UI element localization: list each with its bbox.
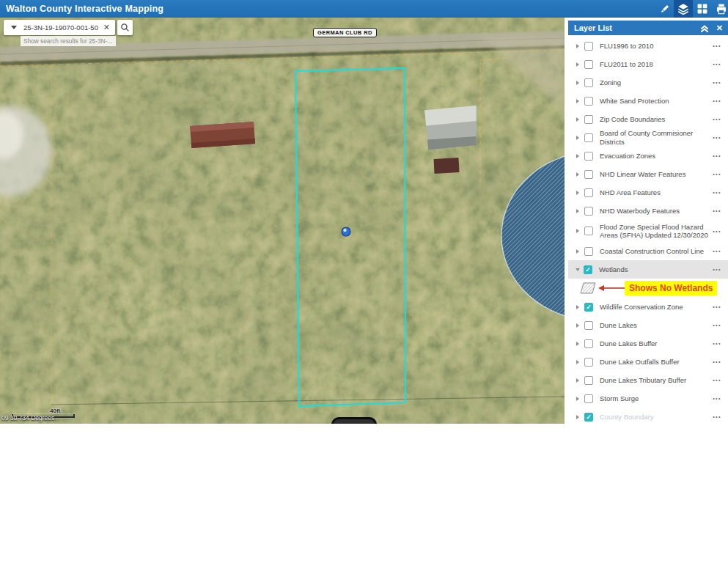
layer-checkbox[interactable] (584, 133, 593, 142)
layer-menu-icon[interactable]: ••• (713, 43, 728, 48)
layer-checkbox[interactable] (584, 188, 593, 197)
layer-checkbox[interactable] (584, 152, 593, 161)
expand-caret-icon[interactable] (576, 268, 580, 271)
layer-checkbox[interactable] (584, 207, 593, 216)
layer-row[interactable]: NHD Waterbody Features ••• (568, 202, 728, 220)
layer-checkbox[interactable] (584, 321, 593, 330)
layer-menu-icon[interactable]: ••• (713, 267, 728, 272)
layer-checkbox[interactable] (584, 358, 593, 367)
expand-caret-icon[interactable] (576, 209, 579, 213)
expand-caret-icon[interactable] (576, 249, 579, 254)
collapse-panel-icon[interactable] (700, 24, 709, 32)
aerial-imagery (0, 18, 565, 424)
pencil-icon[interactable] (655, 0, 674, 18)
layer-menu-icon[interactable]: ••• (713, 341, 728, 346)
layer-menu-icon[interactable]: ••• (713, 117, 728, 122)
layer-label: County Boundary (600, 413, 713, 421)
layer-checkbox[interactable] (584, 97, 593, 106)
layer-menu-icon[interactable]: ••• (713, 304, 728, 309)
expand-caret-icon[interactable] (576, 360, 579, 364)
expand-caret-icon[interactable] (576, 342, 579, 346)
search-input[interactable]: 25-3N-19-19070-001-504D ✕ (4, 20, 115, 35)
layer-checkbox[interactable] (584, 78, 593, 87)
layer-menu-icon[interactable]: ••• (713, 172, 728, 177)
apps-grid-icon[interactable] (693, 0, 712, 18)
layer-checkbox[interactable] (584, 170, 593, 179)
expand-caret-icon[interactable] (576, 99, 579, 103)
building-gray-house (422, 103, 478, 152)
expand-caret-icon[interactable] (576, 378, 579, 383)
layer-row[interactable]: White Sand Protection ••• (568, 92, 728, 110)
layer-checkbox[interactable] (584, 247, 593, 256)
layer-checkbox[interactable] (584, 42, 593, 51)
map-bottom-widget[interactable] (331, 417, 377, 424)
layer-row[interactable]: Dune Lakes Tributary Buffer ••• (568, 371, 728, 389)
search-button[interactable] (117, 20, 133, 35)
layer-menu-icon[interactable]: ••• (713, 135, 728, 140)
layer-menu-icon[interactable]: ••• (713, 414, 728, 419)
layer-row[interactable]: ✓ Wildlife Conservation Zone ••• (568, 298, 728, 316)
layer-checkbox[interactable] (584, 376, 593, 385)
layer-row[interactable]: NHD Linear Water Features ••• (568, 165, 728, 183)
layer-menu-icon[interactable]: ••• (713, 153, 728, 158)
layer-row[interactable]: Coastal Construction Control Line ••• (568, 242, 728, 260)
search-dropdown-caret-icon[interactable] (11, 26, 17, 29)
layer-checkbox[interactable] (584, 339, 593, 348)
layer-row[interactable]: Board of County Commisioner Districts ••… (568, 128, 728, 147)
layer-row[interactable]: Dune Lakes Buffer ••• (568, 334, 728, 353)
expand-caret-icon[interactable] (576, 191, 579, 195)
expand-caret-icon[interactable] (576, 305, 579, 309)
layer-menu-icon[interactable]: ••• (713, 359, 728, 364)
layer-row[interactable]: ✓ County Boundary ••• (568, 408, 728, 424)
map-canvas[interactable]: GERMAN CLUB RD 25-3N-19-19070-001-504D ✕… (0, 18, 565, 424)
layer-checkbox[interactable]: ✓ (584, 303, 593, 312)
layer-checkbox[interactable] (584, 394, 593, 403)
layer-menu-icon[interactable]: ••• (713, 378, 728, 383)
expand-caret-icon[interactable] (576, 44, 579, 48)
layer-menu-icon[interactable]: ••• (713, 190, 728, 195)
layer-checkbox[interactable] (584, 60, 593, 69)
layer-label: Wetlands (599, 265, 713, 273)
layer-row[interactable]: Dune Lakes ••• (568, 316, 728, 334)
layer-menu-icon[interactable]: ••• (713, 323, 728, 328)
close-panel-icon[interactable]: ✕ (716, 23, 723, 33)
layer-row[interactable]: FLU2011 to 2018 ••• (568, 55, 728, 73)
layer-row[interactable]: Dune Lake Outfalls Buffer ••• (568, 353, 728, 371)
clear-search-icon[interactable]: ✕ (98, 23, 115, 32)
layer-menu-icon[interactable]: ••• (713, 208, 728, 213)
layer-menu-icon[interactable]: ••• (713, 229, 728, 234)
expand-caret-icon[interactable] (576, 323, 579, 328)
layer-row[interactable]: Evacuation Zones ••• (568, 147, 728, 165)
layer-menu-icon[interactable]: ••• (713, 396, 728, 401)
layer-menu-icon[interactable]: ••• (713, 80, 728, 85)
search-suggestion[interactable]: Show search results for 25-3N-... (21, 36, 116, 46)
layer-menu-icon[interactable]: ••• (713, 98, 728, 103)
layer-checkbox[interactable]: ✓ (584, 265, 592, 274)
layer-row[interactable]: FLU1996 to 2010 ••• (568, 37, 728, 55)
expand-caret-icon[interactable] (576, 81, 579, 85)
layer-row[interactable]: ✓ Wetlands ••• (568, 260, 728, 279)
layer-row[interactable]: Zoning ••• (568, 73, 728, 92)
layer-row[interactable]: Storm Surge ••• (568, 389, 728, 408)
layer-menu-icon[interactable]: ••• (713, 62, 728, 67)
expand-caret-icon[interactable] (576, 62, 579, 67)
layer-row[interactable]: NHD Area Features ••• (568, 183, 728, 202)
expand-caret-icon[interactable] (576, 172, 579, 177)
layer-checkbox[interactable]: ✓ (584, 413, 593, 422)
expand-caret-icon[interactable] (576, 415, 579, 419)
layer-label: Dune Lakes (600, 321, 713, 329)
layer-checkbox[interactable] (584, 115, 593, 124)
print-icon[interactable] (712, 0, 728, 18)
expand-caret-icon[interactable] (576, 136, 579, 140)
expand-caret-icon[interactable] (576, 229, 579, 233)
expand-caret-icon[interactable] (576, 397, 579, 401)
layer-menu-icon[interactable]: ••• (713, 249, 728, 254)
expand-caret-icon[interactable] (576, 117, 579, 122)
expand-caret-icon[interactable] (576, 154, 579, 158)
layer-checkbox[interactable] (584, 227, 593, 235)
layer-label: Zip Code Boundaries (600, 115, 713, 123)
layer-label: Zoning (600, 78, 713, 87)
layer-row[interactable]: Zip Code Boundaries ••• (568, 110, 728, 128)
layer-row[interactable]: Flood Zone Special Flood Hazard Areas (S… (568, 220, 728, 242)
layers-icon[interactable] (674, 0, 693, 18)
